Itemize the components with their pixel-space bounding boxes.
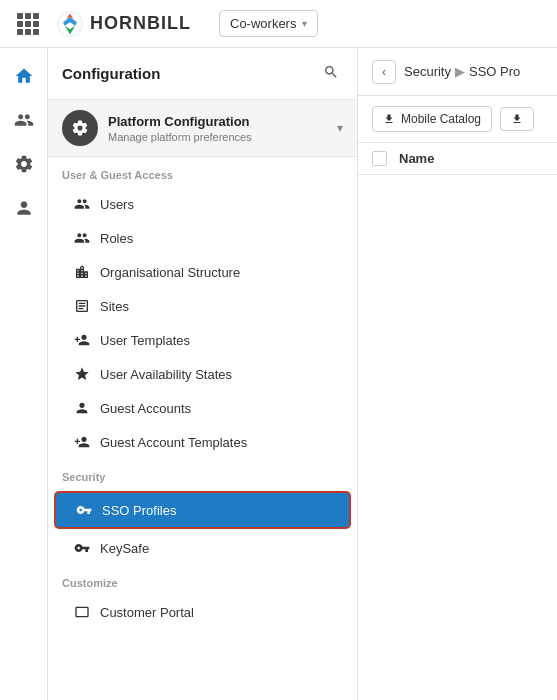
nav-item-guest-templates-label: Guest Account Templates [100, 435, 247, 450]
main-layout: Configuration Platform Configuration Man… [0, 48, 557, 700]
nav-item-sso-profiles-label: SSO Profiles [102, 503, 176, 518]
nav-item-users[interactable]: Users [54, 187, 351, 221]
breadcrumb-security: Security [404, 64, 451, 79]
section-label-customize: Customize [48, 565, 357, 595]
content-panel: ‹ Security ▶ SSO Pro Mobile Catalog Name [358, 48, 557, 700]
nav-item-roles[interactable]: Roles [54, 221, 351, 255]
breadcrumb-back-button[interactable]: ‹ [372, 60, 396, 84]
content-header: ‹ Security ▶ SSO Pro [358, 48, 557, 96]
config-header: Configuration [48, 48, 357, 100]
grid-menu-icon[interactable] [12, 8, 44, 40]
sidebar-item-users[interactable] [4, 100, 44, 140]
logo-text: HORNBILL [90, 13, 191, 34]
nav-item-guest-accounts-label: Guest Accounts [100, 401, 191, 416]
table-select-all-checkbox[interactable] [372, 151, 387, 166]
nav-item-org-structure[interactable]: Organisational Structure [54, 255, 351, 289]
nav-item-roles-label: Roles [100, 231, 133, 246]
coworkers-label: Co-workers [230, 16, 296, 31]
platform-config-item[interactable]: Platform Configuration Manage platform p… [48, 100, 357, 157]
coworkers-chevron: ▾ [302, 18, 307, 29]
nav-item-keysafe-label: KeySafe [100, 541, 149, 556]
search-icon[interactable] [319, 60, 343, 87]
platform-config-text: Platform Configuration Manage platform p… [108, 114, 337, 143]
nav-scroll: User & Guest Access Users Roles Organisa… [48, 157, 357, 700]
topbar: HORNBILL Co-workers ▾ [0, 0, 557, 48]
sidebar-item-services[interactable] [4, 144, 44, 184]
nav-item-user-templates-label: User Templates [100, 333, 190, 348]
config-panel: Configuration Platform Configuration Man… [48, 48, 358, 700]
import-button[interactable] [500, 107, 534, 131]
mobile-catalog-button[interactable]: Mobile Catalog [372, 106, 492, 132]
nav-item-user-availability-label: User Availability States [100, 367, 232, 382]
logo[interactable]: HORNBILL [56, 10, 191, 38]
icon-sidebar [0, 48, 48, 700]
nav-item-user-templates[interactable]: User Templates [54, 323, 351, 357]
sidebar-item-home[interactable] [4, 56, 44, 96]
nav-item-sites[interactable]: Sites [54, 289, 351, 323]
platform-config-subtitle: Manage platform preferences [108, 131, 337, 143]
content-table-header: Name [358, 143, 557, 175]
nav-item-user-availability[interactable]: User Availability States [54, 357, 351, 391]
coworkers-button[interactable]: Co-workers ▾ [219, 10, 318, 37]
config-header-title: Configuration [62, 65, 160, 82]
nav-item-customer-portal[interactable]: Customer Portal [54, 595, 351, 629]
nav-item-org-structure-label: Organisational Structure [100, 265, 240, 280]
nav-item-guest-accounts[interactable]: Guest Accounts [54, 391, 351, 425]
section-label-user-guest: User & Guest Access [48, 157, 357, 187]
content-toolbar: Mobile Catalog [358, 96, 557, 143]
nav-item-guest-templates[interactable]: Guest Account Templates [54, 425, 351, 459]
sidebar-item-person[interactable] [4, 188, 44, 228]
breadcrumb-separator-icon: ▶ [455, 64, 465, 79]
table-col-name: Name [399, 151, 434, 166]
nav-item-users-label: Users [100, 197, 134, 212]
mobile-catalog-label: Mobile Catalog [401, 112, 481, 126]
nav-item-sites-label: Sites [100, 299, 129, 314]
grid-dots [17, 13, 39, 35]
platform-config-title: Platform Configuration [108, 114, 337, 129]
breadcrumb-sso: SSO Pro [469, 64, 520, 79]
section-label-security: Security [48, 459, 357, 489]
nav-item-sso-profiles[interactable]: SSO Profiles [54, 491, 351, 529]
breadcrumb: Security ▶ SSO Pro [404, 64, 520, 79]
nav-item-customer-portal-label: Customer Portal [100, 605, 194, 620]
nav-item-keysafe[interactable]: KeySafe [54, 531, 351, 565]
platform-config-arrow: ▾ [337, 121, 343, 135]
breadcrumb-back-icon: ‹ [382, 65, 386, 79]
platform-config-icon [62, 110, 98, 146]
